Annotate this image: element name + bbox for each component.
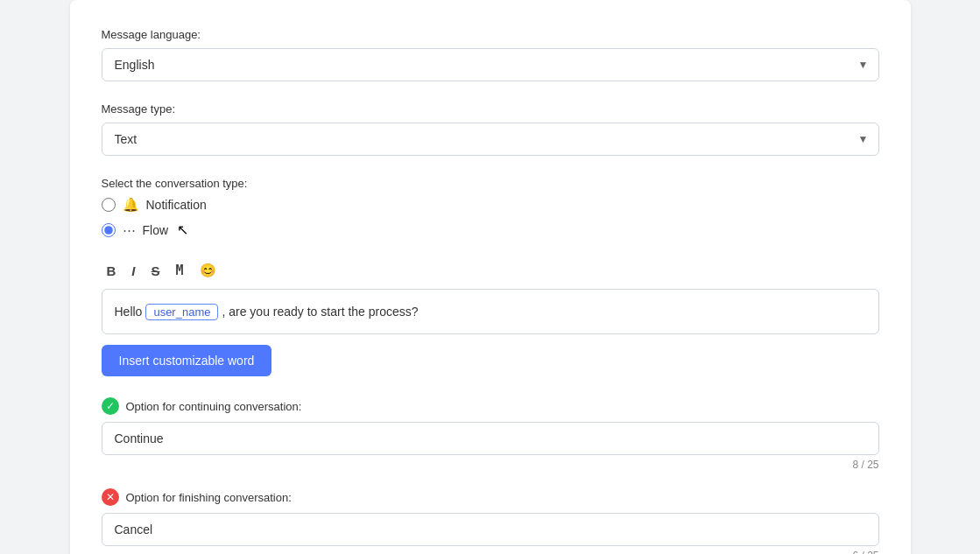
continue-option-input[interactable]: [102, 422, 879, 455]
finish-input-wrapper: [102, 513, 879, 546]
flow-icon: ⋯: [123, 222, 136, 238]
conversation-type-group: Select the conversation type: 🔔 Notifica…: [102, 177, 879, 238]
radio-notification[interactable]: 🔔 Notification: [102, 197, 879, 213]
message-type-group: Message type: Text Image Video Document …: [102, 102, 879, 156]
strikethrough-button[interactable]: S: [146, 260, 166, 282]
radio-flow-input[interactable]: [102, 223, 116, 237]
form-container: Message language: English Spanish French…: [70, 0, 911, 554]
continue-option-header: ✓ Option for continuing conversation:: [102, 397, 879, 415]
continue-option-group: ✓ Option for continuing conversation: 8 …: [102, 397, 879, 471]
continue-input-wrapper: [102, 422, 879, 455]
message-prefix: Hello: [115, 305, 143, 319]
finish-option-label: Option for finishing conversation:: [126, 491, 292, 504]
message-language-select[interactable]: English Spanish French German Portuguese: [102, 48, 879, 81]
check-icon: ✓: [102, 397, 119, 415]
radio-notification-label: Notification: [146, 198, 207, 212]
continue-char-count: 8 / 25: [102, 459, 879, 471]
radio-flow-label: Flow: [143, 223, 169, 237]
mono-button[interactable]: M: [171, 259, 189, 282]
x-icon: ✕: [102, 488, 119, 506]
insert-customizable-word-button[interactable]: Insert customizable word: [102, 345, 272, 376]
message-preview-box[interactable]: Hello user_name , are you ready to start…: [102, 289, 879, 334]
finish-option-header: ✕ Option for finishing conversation:: [102, 488, 879, 506]
finish-char-count: 6 / 25: [102, 550, 879, 554]
message-type-select-wrapper: Text Image Video Document ▼: [102, 123, 879, 156]
message-language-select-wrapper: English Spanish French German Portuguese…: [102, 48, 879, 81]
emoji-button[interactable]: 😊: [194, 259, 222, 282]
user-name-tag[interactable]: user_name: [145, 304, 218, 320]
bell-icon: 🔔: [123, 197, 139, 213]
message-type-select[interactable]: Text Image Video Document: [102, 123, 879, 156]
message-language-group: Message language: English Spanish French…: [102, 28, 879, 81]
italic-button[interactable]: I: [126, 260, 140, 282]
continue-option-label: Option for continuing conversation:: [126, 400, 302, 413]
radio-flow[interactable]: ⋯ Flow ↖: [102, 221, 879, 238]
conversation-type-radio-group: 🔔 Notification ⋯ Flow ↖: [102, 197, 879, 238]
message-suffix: , are you ready to start the process?: [222, 305, 418, 319]
cursor-icon: ↖: [177, 221, 188, 238]
finish-option-group: ✕ Option for finishing conversation: 6 /…: [102, 488, 879, 554]
bold-button[interactable]: B: [102, 260, 122, 282]
message-language-label: Message language:: [102, 28, 879, 41]
conversation-type-label: Select the conversation type:: [102, 177, 879, 190]
text-toolbar: B I S M 😊: [102, 259, 879, 282]
message-type-label: Message type:: [102, 102, 879, 116]
radio-notification-input[interactable]: [102, 198, 116, 212]
finish-option-input[interactable]: [102, 513, 879, 546]
